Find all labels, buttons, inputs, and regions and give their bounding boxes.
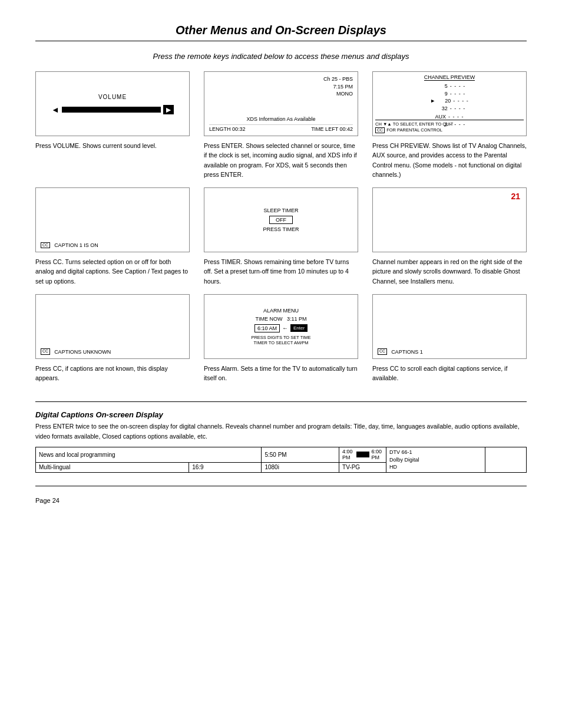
xds-mode: MONO	[209, 90, 353, 98]
resolution: 1080i	[262, 463, 339, 473]
dtv-info: DTV 66-1 Dolby Digital HD	[386, 447, 485, 472]
digital-section-title: Digital Captions On-screen Display	[35, 410, 527, 419]
ch-cc-row: CC FOR PARENTAL CONTROL	[375, 127, 524, 133]
xds-header: Ch 25 - PBS 7:15 PM MONO	[209, 75, 353, 98]
volume-label: VOLUME	[98, 94, 127, 100]
ch-row-20: ► 20 - - - -	[430, 97, 468, 105]
ch21-number: 21	[511, 192, 520, 201]
ch-arrow: ►	[430, 97, 435, 105]
captions1-desc: Press CC to scroll each digital captions…	[372, 364, 527, 383]
top-divider	[35, 41, 527, 41]
xds-length: LENGTH 00:32	[209, 126, 246, 132]
xds-time: 7:15 PM	[209, 83, 353, 91]
volume-screen: VOLUME ◄ ►	[35, 71, 190, 136]
rating: TV-PG	[339, 463, 386, 473]
alarm-col: ALARM MENU TIME NOW 3:11 PM 6:10 AM ← En…	[204, 294, 358, 391]
empty-cell	[485, 447, 527, 472]
row3-grid: CC CAPTIONS UNKNOWN Press CC, if caption…	[35, 294, 527, 391]
captions-unknown-desc: Press CC, if captions are not known, thi…	[35, 364, 190, 383]
alarm-time-now: TIME NOW 3:11 PM	[255, 316, 306, 322]
row2-grid: CC CAPTION 1 IS ON Press CC. Turns selec…	[35, 187, 527, 294]
lang: Multi-lingual	[36, 463, 189, 473]
cc-col: CC CAPTION 1 IS ON Press CC. Turns selec…	[35, 187, 190, 294]
sleep-desc: Press TIMER. Shows remaining time before…	[204, 257, 358, 286]
digital-section-desc: Press ENTER twice to see the on-screen d…	[35, 421, 527, 441]
page-subtitle: Press the remote keys indicated below to…	[35, 52, 527, 61]
alarm-screen: ALARM MENU TIME NOW 3:11 PM 6:10 AM ← En…	[204, 294, 358, 359]
captions-unknown-label: CAPTIONS UNKNOWN	[54, 349, 111, 355]
ch-preview-screen: CHANNEL PREVIEW 5 - - - - 9 - - - - ► 20…	[372, 71, 527, 136]
bar-end-time: 6:00 PM	[372, 449, 383, 460]
sleep-col: SLEEP TIMER OFF PRESS TIMER Press TIMER.…	[204, 187, 358, 294]
ch21-screen: 21	[372, 187, 527, 252]
volume-bar-fill	[62, 107, 121, 113]
bar-start-time: 4:00 PM	[342, 449, 353, 460]
volume-arrow-left: ◄	[51, 105, 59, 114]
sleep-off-btn: OFF	[269, 216, 293, 224]
xds-available: XDS Information As Available	[209, 116, 353, 122]
page-title: Other Menus and On-Screen Displays	[35, 24, 527, 37]
dtv-quality: HD	[389, 463, 482, 471]
digital-table: News and local programming 5:50 PM 4:00 …	[35, 447, 527, 473]
digital-table-row1: News and local programming 5:50 PM 4:00 …	[36, 447, 527, 462]
ch-row-32: 32 - - - -	[434, 105, 466, 113]
ch-preview-desc: Press CH PREVIEW. Shows list of TV Analo…	[372, 141, 527, 179]
volume-desc: Press VOLUME. Shows current sound level.	[35, 141, 190, 150]
alarm-set-row: 6:10 AM ← Enter	[254, 324, 308, 332]
cc-desc: Press CC. Turns selected option on or of…	[35, 257, 190, 286]
cc-text-row: CC CAPTION 1 IS ON	[41, 242, 98, 248]
progress-container: 4:00 PM 6:00 PM	[342, 449, 383, 460]
captions-unknown-screen: CC CAPTIONS UNKNOWN	[35, 294, 190, 359]
cc-label: CAPTION 1 IS ON	[54, 242, 98, 248]
alarm-title: ALARM MENU	[263, 308, 299, 314]
ch-nav-row: CH ▼▲ TO SELECT, ENTER TO QUIT	[375, 120, 524, 127]
xds-desc: Press ENTER. Shows selected channel or s…	[204, 141, 358, 179]
row1-grid: VOLUME ◄ ► Press VOLUME. Shows current s…	[35, 71, 527, 187]
ratio: 16:9	[189, 463, 262, 473]
volume-arrow-right: ►	[163, 105, 174, 114]
volume-bar	[62, 107, 161, 113]
time-start: 5:50 PM	[262, 447, 339, 462]
captions-unknown-cc-badge: CC	[41, 348, 50, 354]
sleep-press: PRESS TIMER	[263, 226, 299, 232]
ch-preview-col: CHANNEL PREVIEW 5 - - - - 9 - - - - ► 20…	[372, 71, 527, 187]
volume-screen-content: VOLUME ◄ ►	[36, 72, 189, 136]
ch-bottom: CH ▼▲ TO SELECT, ENTER TO QUIT CC FOR PA…	[373, 120, 526, 133]
cc-screen: CC CAPTION 1 IS ON	[35, 187, 190, 252]
program-name: News and local programming	[36, 447, 262, 462]
ch21-desc: Channel number appears in red on the rig…	[372, 257, 527, 286]
captions-unknown-col: CC CAPTIONS UNKNOWN Press CC, if caption…	[35, 294, 190, 391]
alarm-enter-btn: Enter	[290, 324, 308, 332]
digital-section: Digital Captions On-screen Display Press…	[35, 410, 527, 472]
volume-col: VOLUME ◄ ► Press VOLUME. Shows current s…	[35, 71, 190, 187]
captions1-cc-badge: CC	[378, 348, 387, 354]
ch-preview-content: CHANNEL PREVIEW 5 - - - - 9 - - - - ► 20…	[373, 72, 526, 136]
ch21-col: 21 Channel number appears in red on the …	[372, 187, 527, 294]
progress-cell: 4:00 PM 6:00 PM	[339, 447, 386, 462]
captions1-col: CC CAPTIONS 1 Press CC to scroll each di…	[372, 294, 527, 391]
sleep-label: SLEEP TIMER	[263, 207, 298, 213]
ch-row-9: 9 - - - -	[434, 90, 466, 98]
bottom-divider	[35, 486, 527, 486]
xds-time-left: TIME LEFT 00:42	[311, 126, 353, 132]
ch-row-5: 5 - - - -	[434, 83, 466, 90]
progress-bar	[356, 452, 369, 457]
xds-col: Ch 25 - PBS 7:15 PM MONO XDS Information…	[204, 71, 358, 187]
captions1-row: CC CAPTIONS 1	[378, 348, 423, 354]
xds-length-row: LENGTH 00:32 TIME LEFT 00:42	[209, 124, 353, 132]
middle-divider	[35, 401, 527, 402]
captions1-label: CAPTIONS 1	[391, 349, 423, 355]
ch-cc-badge: CC	[375, 127, 385, 133]
dtv-channel: DTV 66-1	[389, 449, 482, 456]
ch-cc-label: FOR PARENTAL CONTROL	[386, 127, 442, 133]
sleep-screen: SLEEP TIMER OFF PRESS TIMER	[204, 187, 358, 252]
volume-bar-container: ◄ ►	[51, 105, 174, 114]
captions-unknown-row: CC CAPTIONS UNKNOWN	[41, 348, 111, 354]
alarm-note: PRESS DIGITS TO SET TIME TIMER TO SELECT…	[246, 335, 316, 345]
ch-preview-title: CHANNEL PREVIEW	[424, 74, 475, 81]
xds-channel: Ch 25 - PBS	[209, 75, 353, 83]
alarm-arrow: ←	[282, 325, 288, 331]
xds-content: Ch 25 - PBS 7:15 PM MONO XDS Information…	[204, 72, 358, 136]
alarm-set-time: 6:10 AM	[254, 324, 280, 332]
page-footer: Page 24	[35, 497, 527, 504]
